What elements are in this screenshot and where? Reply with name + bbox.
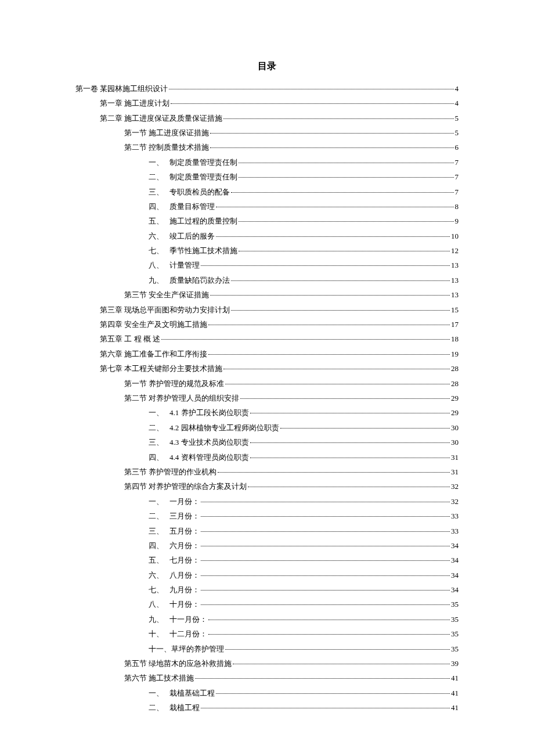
toc-entry-label: 十、十二月份： xyxy=(149,627,207,640)
toc-entry[interactable]: 八、十月份：35 xyxy=(75,597,459,611)
toc-entry[interactable]: 第一章 施工进度计划4 xyxy=(75,96,459,110)
toc-entry[interactable]: 第三节 安全生产保证措施13 xyxy=(75,288,459,301)
toc-entry[interactable]: 三、五月份：33 xyxy=(75,524,459,538)
toc-entry-label: 三、五月份： xyxy=(149,524,200,538)
toc-entry[interactable]: 二、4.2 园林植物专业工程师岗位职责30 xyxy=(75,421,459,434)
toc-entry-label: 一、一月份： xyxy=(149,495,200,508)
toc-entry[interactable]: 十、十二月份：35 xyxy=(75,627,459,640)
toc-entry-page: 31 xyxy=(451,451,459,464)
toc-entry-number: 二、 xyxy=(149,701,169,714)
toc-entry-number: 八、 xyxy=(149,597,169,611)
toc-entry-page: 32 xyxy=(451,495,459,508)
toc-entry-number: 三、 xyxy=(149,185,169,199)
toc-entry[interactable]: 六、竣工后的服务10 xyxy=(75,229,459,243)
toc-entry[interactable]: 一、制定质量管理责任制7 xyxy=(75,156,459,169)
toc-entry[interactable]: 五、七月份：34 xyxy=(75,553,459,567)
toc-entry-number: 七、 xyxy=(149,244,169,257)
toc-entry[interactable]: 一、一月份：32 xyxy=(75,495,459,508)
toc-entry[interactable]: 五、施工过程的质量控制9 xyxy=(75,214,459,228)
toc-entry-page: 4 xyxy=(455,82,459,95)
toc-entry-label: 八、计量管理 xyxy=(149,258,200,272)
toc-entry-number: 九、 xyxy=(149,613,169,626)
toc-entry-page: 35 xyxy=(451,627,459,640)
toc-leader-dots xyxy=(208,620,450,620)
toc-leader-dots xyxy=(280,428,450,429)
toc-entry-label: 四、六月份： xyxy=(149,539,200,552)
toc-entry[interactable]: 二、栽植工程41 xyxy=(75,701,459,714)
toc-entry[interactable]: 第四节 对养护管理的综合方案及计划32 xyxy=(75,480,459,493)
toc-entry-label: 一、制定质量管理责任制 xyxy=(149,156,237,169)
toc-entry[interactable]: 第三节 养护管理的作业机构31 xyxy=(75,465,459,478)
toc-entry[interactable]: 三、专职质检员的配备7 xyxy=(75,185,459,199)
toc-leader-dots xyxy=(195,678,450,679)
toc-entry[interactable]: 第五章 工 程 概 述18 xyxy=(75,332,459,345)
toc-leader-dots xyxy=(210,295,450,296)
toc-entry-label: 第七章 本工程关键部分主要技术措施 xyxy=(100,362,222,375)
toc-leader-dots xyxy=(201,546,450,546)
toc-entry-label: 四、质量目标管理 xyxy=(149,200,215,213)
toc-leader-dots xyxy=(169,89,453,89)
toc-entry[interactable]: 九、十一月份：35 xyxy=(75,613,459,626)
toc-entry-label: 三、专职质检员的配备 xyxy=(149,185,230,199)
toc-leader-dots xyxy=(240,398,450,399)
toc-entry[interactable]: 第六章 施工准备工作和工序衔接19 xyxy=(75,347,459,361)
toc-entry[interactable]: 第五节 绿地苗木的应急补救措施39 xyxy=(75,657,459,670)
toc-entry-number: 四、 xyxy=(149,451,169,464)
toc-entry[interactable]: 第三章 现场总平面图和劳动力安排计划15 xyxy=(75,303,459,316)
toc-entry[interactable]: 第一节 施工进度保证措施5 xyxy=(75,126,459,139)
toc-entry[interactable]: 一、栽植基础工程41 xyxy=(75,686,459,700)
toc-entry-page: 17 xyxy=(451,318,459,331)
toc-entry-number: 二、 xyxy=(149,421,169,434)
toc-entry[interactable]: 二、三月份：33 xyxy=(75,509,459,523)
toc-entry-number: 十一、 xyxy=(149,642,171,656)
toc-entry-label: 三、4.3 专业技术员岗位职责 xyxy=(149,435,249,449)
toc-entry-page: 7 xyxy=(455,156,459,169)
toc-entry[interactable]: 四、4.4 资料管理员岗位职责31 xyxy=(75,451,459,464)
toc-entry[interactable]: 第一节 养护管理的规范及标准28 xyxy=(75,377,459,390)
toc-entry[interactable]: 四、质量目标管理8 xyxy=(75,200,459,213)
toc-leader-dots xyxy=(239,177,454,178)
toc-entry[interactable]: 第六节 施工技术措施41 xyxy=(75,671,459,685)
toc-entry[interactable]: 第四章 安全生产及文明施工措施17 xyxy=(75,318,459,331)
toc-entry-label: 九、十一月份： xyxy=(149,613,207,626)
toc-entry[interactable]: 第二节 控制质量技术措施6 xyxy=(75,141,459,154)
toc-entry-label: 五、施工过程的质量控制 xyxy=(149,214,237,228)
toc-entry-label: 二、制定质量管理责任制 xyxy=(149,170,237,183)
toc-entry-page: 33 xyxy=(451,524,459,538)
toc-leader-dots xyxy=(231,280,450,281)
toc-leader-dots xyxy=(201,531,450,532)
toc-entry-number: 三、 xyxy=(149,524,169,538)
toc-entry-page: 28 xyxy=(451,362,459,375)
toc-entry-number: 八、 xyxy=(149,258,169,272)
toc-leader-dots xyxy=(225,649,450,650)
toc-leader-dots xyxy=(239,163,454,163)
toc-leader-dots xyxy=(250,442,450,443)
toc-entry[interactable]: 七、季节性施工技术措施12 xyxy=(75,244,459,257)
toc-entry-label: 第一节 养护管理的规范及标准 xyxy=(124,377,224,390)
toc-entry-label: 二、栽植工程 xyxy=(149,701,200,714)
toc-leader-dots xyxy=(171,103,453,104)
toc-entry[interactable]: 第一卷 某园林施工组织设计4 xyxy=(75,82,459,95)
toc-entry-label: 第六章 施工准备工作和工序衔接 xyxy=(100,347,207,361)
toc-entry-page: 5 xyxy=(455,126,459,139)
toc-entry-number: 六、 xyxy=(149,568,169,582)
toc-entry[interactable]: 三、4.3 专业技术员岗位职责30 xyxy=(75,435,459,449)
toc-entry[interactable]: 第二章 施工进度保证及质量保证措施5 xyxy=(75,111,459,125)
toc-entry[interactable]: 第七章 本工程关键部分主要技术措施28 xyxy=(75,362,459,375)
toc-entry-page: 29 xyxy=(451,406,459,419)
toc-entry[interactable]: 六、八月份：34 xyxy=(75,568,459,582)
toc-entry-label: 第一章 施工进度计划 xyxy=(100,96,169,110)
toc-entry[interactable]: 一、4.1 养护工段长岗位职责29 xyxy=(75,406,459,419)
toc-entry-label: 第二节 对养护管理人员的组织安排 xyxy=(124,391,239,405)
toc-entry[interactable]: 七、九月份：34 xyxy=(75,583,459,596)
toc-leader-dots xyxy=(201,265,450,266)
toc-entry[interactable]: 九、质量缺陷罚款办法13 xyxy=(75,273,459,287)
toc-entry[interactable]: 八、计量管理13 xyxy=(75,258,459,272)
toc-entry[interactable]: 四、六月份：34 xyxy=(75,539,459,552)
toc-entry[interactable]: 二、制定质量管理责任制7 xyxy=(75,170,459,183)
toc-entry[interactable]: 第二节 对养护管理人员的组织安排29 xyxy=(75,391,459,405)
toc-entry[interactable]: 十一、草坪的养护管理35 xyxy=(75,642,459,656)
toc-entry-label: 第五节 绿地苗木的应急补救措施 xyxy=(124,657,232,670)
toc-leader-dots xyxy=(250,413,450,413)
toc-entry-label: 七、季节性施工技术措施 xyxy=(149,244,237,257)
